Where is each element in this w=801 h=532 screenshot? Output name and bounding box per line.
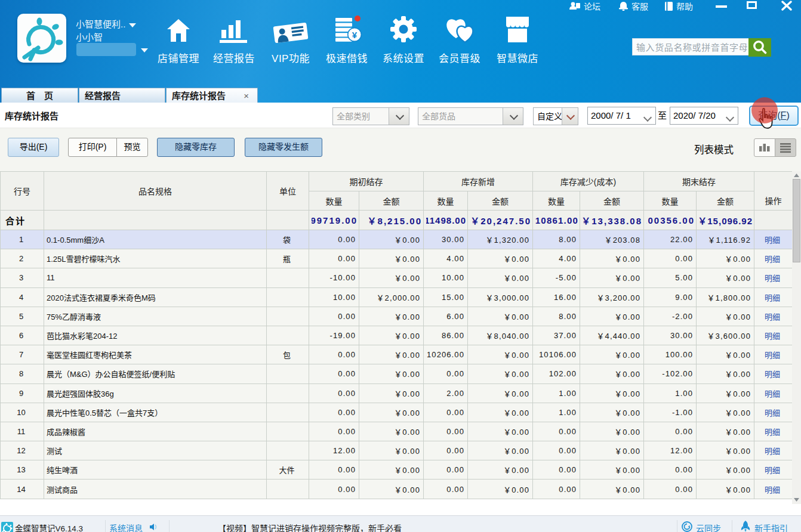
svg-text:¥: ¥ <box>352 30 358 40</box>
